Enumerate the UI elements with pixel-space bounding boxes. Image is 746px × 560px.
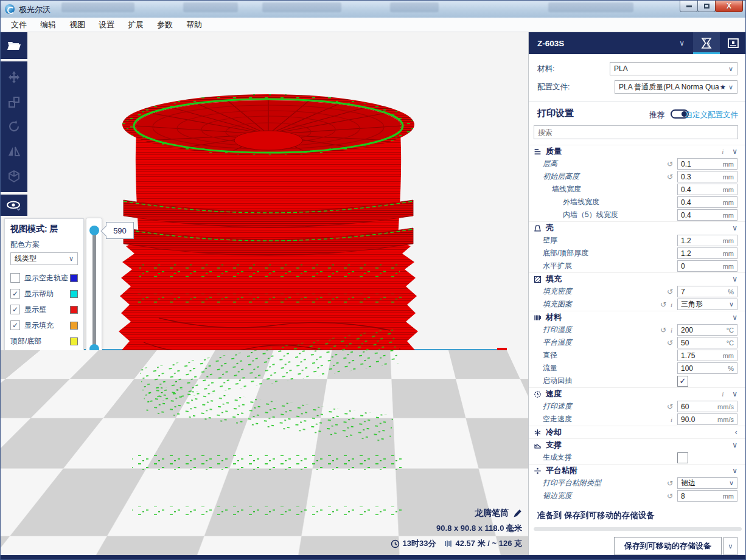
setting-value-input[interactable]: 0.1mm bbox=[677, 158, 737, 170]
rename-pencil-icon[interactable] bbox=[513, 509, 522, 518]
layer-slider-upper-handle[interactable] bbox=[89, 226, 99, 235]
move-tool-icon bbox=[7, 71, 21, 84]
settings-section-header[interactable]: 冷却‹ bbox=[529, 426, 746, 438]
scale-tool-button[interactable] bbox=[1, 90, 27, 115]
info-icon[interactable]: i bbox=[719, 148, 726, 155]
legend-checkbox[interactable] bbox=[10, 273, 20, 283]
setting-checkbox[interactable]: ✓ bbox=[677, 376, 688, 387]
reset-icon[interactable]: ↺ bbox=[658, 300, 668, 309]
info-icon[interactable]: i bbox=[668, 327, 675, 334]
setting-select[interactable]: 三角形∨ bbox=[677, 299, 737, 310]
open-file-button[interactable] bbox=[1, 32, 27, 59]
profile-select[interactable]: PLA 普通质量(PLA Norma Qua ★ ∨ bbox=[615, 80, 737, 94]
reset-icon[interactable]: ↺ bbox=[665, 492, 675, 500]
menu-item-1[interactable]: 编辑 bbox=[33, 18, 63, 32]
setting-value-input[interactable]: 1.2mm bbox=[677, 235, 737, 246]
reset-icon[interactable]: ↺ bbox=[665, 479, 675, 488]
chevron-down-icon[interactable]: ∨ bbox=[732, 224, 737, 232]
chevron-down-icon[interactable]: ∨ bbox=[732, 147, 737, 156]
setting-row: 初始层高度↺0.3mm bbox=[529, 170, 746, 183]
quality-section-icon bbox=[534, 148, 543, 156]
viewport-3d[interactable]: 视图模式: 层 配色方案 线类型 ∨ 显示空走轨迹✓显示帮助✓显示壁✓显示填充顶… bbox=[1, 32, 528, 555]
menu-item-5[interactable]: 参数 bbox=[150, 18, 180, 32]
view-mode-button[interactable] bbox=[1, 195, 27, 216]
setting-value-input[interactable]: 0.4mm bbox=[677, 209, 737, 221]
reset-icon[interactable]: ↺ bbox=[658, 326, 668, 334]
open-file-icon bbox=[7, 40, 21, 51]
setting-value-input[interactable]: 1.75mm bbox=[677, 350, 737, 361]
setting-value-input[interactable]: 50°C bbox=[677, 337, 737, 348]
rotate-tool-button[interactable] bbox=[1, 114, 27, 139]
close-button[interactable]: X bbox=[715, 1, 743, 12]
material-select[interactable]: PLA ∨ bbox=[610, 62, 737, 75]
save-options-dropdown[interactable]: ∨ bbox=[723, 537, 737, 555]
search-input[interactable] bbox=[534, 125, 738, 139]
setting-value-input[interactable]: 0.4mm bbox=[677, 196, 737, 208]
printer-chevron-down-icon[interactable]: ∨ bbox=[679, 39, 685, 47]
setting-row: 填充图案↺i三角形∨ bbox=[529, 298, 746, 311]
layer-slider-track[interactable] bbox=[92, 230, 96, 350]
legend-checkbox[interactable]: ✓ bbox=[10, 305, 20, 314]
settings-section-header[interactable]: 壳∨ bbox=[529, 221, 746, 234]
setting-value-input[interactable]: 100% bbox=[677, 362, 737, 374]
reset-icon[interactable]: ↺ bbox=[665, 403, 675, 411]
menu-item-0[interactable]: 文件 bbox=[4, 18, 33, 32]
legend-checkbox[interactable]: ✓ bbox=[10, 289, 20, 299]
menu-item-2[interactable]: 视图 bbox=[63, 18, 92, 32]
setting-label: 底部/顶部厚度 bbox=[529, 248, 675, 258]
setting-checkbox[interactable] bbox=[677, 452, 688, 463]
reset-icon[interactable]: ↺ bbox=[665, 288, 675, 296]
settings-section-header[interactable]: 速度i∨ bbox=[529, 387, 746, 400]
chevron-down-icon[interactable]: ∨ bbox=[732, 313, 737, 322]
settings-section-header[interactable]: 质量i∨ bbox=[529, 145, 746, 157]
legend-color-swatch bbox=[70, 337, 78, 345]
settings-section-header[interactable]: 支撑∨ bbox=[529, 438, 746, 451]
mirror-tool-button[interactable] bbox=[1, 139, 27, 164]
setting-value-input[interactable]: 0.4mm bbox=[677, 184, 737, 195]
setting-value-input[interactable]: 1.2mm bbox=[677, 247, 737, 259]
model-render[interactable] bbox=[74, 87, 475, 555]
layer-slider[interactable] bbox=[86, 218, 102, 362]
menu-item-6[interactable]: 帮助 bbox=[180, 18, 209, 32]
maximize-button[interactable] bbox=[697, 1, 716, 12]
setting-row: 层高↺0.1mm bbox=[529, 157, 746, 170]
printer-name[interactable]: Z-603S bbox=[537, 39, 679, 48]
minimize-button[interactable] bbox=[680, 1, 698, 12]
chevron-down-icon[interactable]: ∨ bbox=[732, 275, 737, 283]
reset-icon[interactable]: ↺ bbox=[665, 339, 675, 347]
setting-value-input[interactable]: 90.0mm/s bbox=[677, 413, 737, 425]
legend-checkbox[interactable]: ✓ bbox=[10, 320, 20, 330]
setting-value-input[interactable]: 60mm/s bbox=[677, 401, 737, 412]
layer-slider-lower-handle[interactable] bbox=[89, 344, 99, 354]
setting-value-input[interactable]: 200°C bbox=[677, 324, 737, 336]
setting-value-input[interactable]: 8mm bbox=[677, 490, 737, 502]
chevron-left-icon[interactable]: ‹ bbox=[734, 428, 737, 437]
setting-value-input[interactable]: 0.3mm bbox=[677, 171, 737, 182]
menu-item-3[interactable]: 设置 bbox=[92, 18, 121, 32]
per-model-settings-button[interactable] bbox=[1, 164, 27, 188]
tab-monitor[interactable] bbox=[720, 32, 746, 54]
setting-label: 初始层高度 bbox=[529, 171, 665, 182]
save-to-removable-button[interactable]: 保存到可移动的存储设备 bbox=[614, 537, 722, 555]
move-tool-button[interactable] bbox=[1, 65, 27, 90]
settings-section-header[interactable]: 填充∨ bbox=[529, 272, 746, 285]
settings-section-header[interactable]: 材料∨ bbox=[529, 311, 746, 323]
reset-icon[interactable]: ↺ bbox=[665, 160, 675, 168]
title-bar[interactable]: 极光尔沃 X bbox=[1, 1, 746, 18]
setting-value-input[interactable]: 7% bbox=[677, 286, 737, 297]
settings-section-header[interactable]: 平台粘附∨ bbox=[529, 464, 746, 477]
tab-prepare-slice[interactable] bbox=[693, 32, 720, 54]
info-icon[interactable]: i bbox=[668, 301, 675, 308]
custom-profile-link[interactable]: 自定义配置文件 bbox=[685, 110, 739, 120]
color-scheme-select[interactable]: 线类型 ∨ bbox=[10, 252, 78, 265]
setting-select[interactable]: 裙边∨ bbox=[677, 477, 737, 489]
chevron-down-icon[interactable]: ∨ bbox=[732, 441, 737, 449]
chevron-down-icon[interactable]: ∨ bbox=[732, 390, 737, 398]
info-icon[interactable]: i bbox=[668, 416, 675, 423]
info-icon[interactable]: i bbox=[719, 390, 726, 398]
mirror-tool-icon bbox=[7, 145, 21, 158]
chevron-down-icon[interactable]: ∨ bbox=[732, 466, 737, 475]
menu-item-4[interactable]: 扩展 bbox=[121, 18, 150, 32]
reset-icon[interactable]: ↺ bbox=[665, 173, 675, 181]
setting-value-input[interactable]: 0mm bbox=[677, 260, 737, 272]
